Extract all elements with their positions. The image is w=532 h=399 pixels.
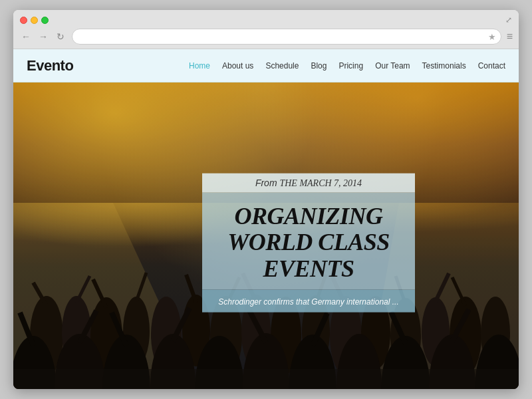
address-bar-row: ← → ↻ ★ ≡	[20, 29, 512, 45]
hero-date-value: THE MARCH 7, 2014	[279, 178, 362, 188]
browser-title-bar: ⤢	[20, 15, 512, 25]
traffic-lights	[20, 17, 49, 24]
nav-home[interactable]: Home	[189, 61, 210, 70]
nav-contact[interactable]: Contact	[478, 61, 505, 70]
bookmark-icon[interactable]: ★	[488, 32, 496, 42]
nav-about[interactable]: About us	[222, 61, 253, 70]
maximize-button[interactable]	[41, 17, 49, 24]
nav-pricing[interactable]: Pricing	[338, 61, 363, 70]
back-button[interactable]: ←	[20, 31, 32, 42]
hero-subtitle-bar: Schrodinger confirms that Germany intern…	[202, 290, 415, 313]
browser-chrome: ⤢ ← → ↻ ★ ≡	[13, 10, 519, 49]
forward-button[interactable]: →	[37, 31, 49, 42]
address-input[interactable]	[72, 29, 501, 45]
hero-date: From THE MARCH 7, 2014	[202, 173, 415, 192]
website-content: Evento Home About us Schedule Blog Prici…	[13, 49, 519, 389]
nav-blog[interactable]: Blog	[311, 61, 327, 70]
site-nav: Home About us Schedule Blog Pricing Our …	[189, 61, 505, 70]
browser-window: ⤢ ← → ↻ ★ ≡ Evento Home About us Schedul…	[13, 10, 519, 389]
hero-section: From THE MARCH 7, 2014 ORGANIZING WORLD …	[13, 82, 519, 389]
hero-title-box: ORGANIZING WORLD CLASS EVENTS	[202, 192, 415, 290]
close-button[interactable]	[20, 17, 27, 24]
expand-icon[interactable]: ⤢	[505, 15, 512, 25]
minimize-button[interactable]	[31, 17, 38, 24]
site-logo: Evento	[27, 57, 73, 74]
nav-team[interactable]: Our Team	[375, 61, 410, 70]
menu-icon[interactable]: ≡	[507, 31, 512, 43]
nav-testimonials[interactable]: Testimonials	[422, 61, 466, 70]
hero-date-prefix: From	[255, 177, 277, 188]
hero-card: From THE MARCH 7, 2014 ORGANIZING WORLD …	[202, 173, 415, 313]
site-header: Evento Home About us Schedule Blog Prici…	[13, 49, 519, 82]
hero-subtitle: Schrodinger confirms that Germany intern…	[218, 297, 398, 307]
nav-schedule[interactable]: Schedule	[265, 61, 299, 70]
hero-title-line2: WORLD CLASS	[218, 229, 399, 256]
refresh-button[interactable]: ↻	[55, 31, 66, 42]
hero-title: ORGANIZING WORLD CLASS EVENTS	[218, 203, 399, 282]
hero-title-line3: EVENTS	[218, 255, 399, 282]
hero-title-line1: ORGANIZING	[218, 203, 399, 229]
address-bar-container: ★	[72, 29, 501, 45]
